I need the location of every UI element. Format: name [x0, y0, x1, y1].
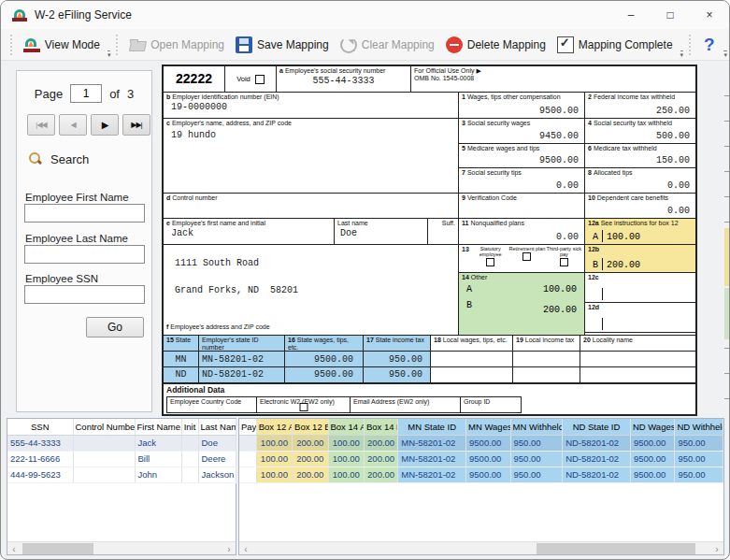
w2-state-row1-locality[interactable]: [580, 352, 695, 367]
mapping-complete-button[interactable]: Mapping Complete: [551, 34, 679, 56]
toolbar-overflow-arrow[interactable]: ▾: [680, 50, 684, 58]
w2-box-2[interactable]: 2Federal income tax withheld 250.00: [585, 93, 695, 119]
column-header-mn-withheld[interactable]: MN Withheld: [510, 419, 563, 435]
scroll-right-arrow[interactable]: ›: [710, 542, 723, 555]
next-page-button[interactable]: ▶: [91, 114, 119, 136]
ssn-input[interactable]: [24, 285, 145, 304]
scroll-right-arrow[interactable]: ›: [222, 542, 236, 555]
w2-state-row1-state[interactable]: MN: [164, 352, 199, 367]
left-grid-hscrollbar[interactable]: ‹ ›: [7, 541, 236, 554]
statutory-employee-checkbox[interactable]: [486, 258, 494, 266]
electronic-w2-cell[interactable]: Electronic W2 (EW2 only): [257, 397, 351, 412]
w2-box-12a[interactable]: 12aSee instructions for box 12 A100.00: [585, 219, 695, 245]
w2-state-row1-tax[interactable]: 950.00: [364, 352, 431, 367]
column-header-box12a[interactable]: Box 12 A: [256, 419, 292, 435]
column-header-nd-withheld[interactable]: ND Withheld: [675, 419, 723, 435]
w2-lastname-box[interactable]: Last name Doe: [335, 219, 428, 245]
close-button[interactable]: ×: [690, 1, 729, 29]
w2-box-5[interactable]: 5Medicare wages and tips 9500.00: [459, 144, 585, 168]
column-header-mn-wages[interactable]: MN Wages: [466, 419, 511, 435]
toolbar-overflow-arrow[interactable]: ▾: [723, 50, 727, 58]
column-header-last-name[interactable]: Last Name: [198, 419, 236, 435]
save-mapping-button[interactable]: Save Mapping: [230, 34, 335, 56]
toolbar-overflow-arrow[interactable]: ▾: [107, 50, 111, 58]
w2-box-12b[interactable]: 12b B200.00: [585, 245, 695, 273]
w2-void-box[interactable]: Void: [225, 66, 277, 93]
last-page-button[interactable]: ▶▶|: [122, 114, 150, 136]
third-party-sick-pay-checkbox[interactable]: [560, 258, 568, 266]
w2-box-9[interactable]: 9Verification Code: [459, 194, 585, 219]
w2-box-3[interactable]: 3Social security wages 9450.00: [459, 119, 585, 144]
column-header-mn-state-id[interactable]: MN State ID: [398, 419, 466, 435]
w2-state-row1-wages[interactable]: 9500.00: [285, 352, 364, 367]
column-header-init[interactable]: Init: [181, 419, 198, 435]
group-id-cell[interactable]: Group ID: [461, 397, 521, 412]
w2-box-1[interactable]: 1Wages, tips other compensation 9500.00: [459, 93, 585, 119]
w2-state-row1-local-tax[interactable]: [513, 352, 580, 367]
w2-box-d-control[interactable]: dControl number: [164, 194, 459, 219]
w2-state-row2-id[interactable]: ND-58201-02: [199, 367, 285, 382]
column-header-pay[interactable]: Pay: [239, 419, 256, 435]
column-header-box12b[interactable]: Box 12 B: [293, 419, 328, 435]
employee-row[interactable]: 100.00200.00 100.00200.00 MN-58201-02950…: [239, 435, 723, 451]
w2-box-a-ssn[interactable]: aEmployee's social security number 555-4…: [277, 66, 411, 93]
column-header-first-name[interactable]: First Name: [135, 419, 181, 435]
w2-suffix-box[interactable]: Suff.: [428, 219, 459, 245]
column-header-box14b[interactable]: Box 14 B: [364, 419, 397, 435]
scrollbar-thumb[interactable]: [22, 543, 93, 554]
help-button[interactable]: ?: [696, 35, 723, 55]
page-number-input[interactable]: [70, 84, 102, 103]
retirement-plan-checkbox[interactable]: [522, 252, 531, 261]
w2-box-12d[interactable]: 12d: [585, 303, 695, 333]
scroll-left-arrow[interactable]: ‹: [239, 542, 252, 555]
minimize-button[interactable]: –: [611, 1, 651, 29]
go-button[interactable]: Go: [86, 317, 144, 337]
right-grid-hscrollbar[interactable]: ‹ ›: [239, 541, 723, 554]
w2-state-row2-wages[interactable]: 9500.00: [285, 367, 364, 382]
w2-box-7[interactable]: 7Social security tips 0.00: [459, 168, 585, 194]
first-name-input[interactable]: [24, 204, 145, 223]
electronic-w2-checkbox[interactable]: [299, 403, 308, 411]
email-address-cell[interactable]: Email Address (EW2 only): [351, 397, 461, 412]
w2-box-4[interactable]: 4Social security tax withheld 500.00: [585, 119, 695, 144]
open-mapping-button[interactable]: Open Mapping: [123, 34, 230, 56]
w2-state-row2-locality[interactable]: [580, 367, 695, 382]
w2-state-row2-tax[interactable]: 950.00: [364, 367, 431, 382]
column-header-nd-state-id[interactable]: ND State ID: [563, 419, 631, 435]
column-header-control-number[interactable]: Control Number: [73, 419, 135, 435]
column-header-ssn[interactable]: SSN: [7, 419, 73, 435]
void-checkbox[interactable]: [255, 75, 265, 84]
employee-row[interactable]: 222-11-6666BillDeere: [7, 451, 236, 467]
w2-box-13[interactable]: 13 Statutory employee Retirement plan Th…: [459, 245, 585, 273]
w2-state-row1-id[interactable]: MN-58201-02: [199, 352, 285, 367]
employee-row[interactable]: 555-44-3333JackDoe: [7, 435, 236, 451]
w2-box-e-firstname[interactable]: eEmployee's first name and initial Jack: [164, 219, 335, 245]
w2-box-10[interactable]: 10Dependent care benefits 0.00: [585, 194, 695, 219]
employee-row[interactable]: 444-99-5623JohnJackson: [7, 467, 236, 482]
employee-row[interactable]: 100.00200.00 100.00200.00 MN-58201-02950…: [239, 451, 723, 467]
employee-row[interactable]: 100.00200.00 100.00200.00 MN-58201-02950…: [239, 467, 723, 482]
column-header-nd-wages[interactable]: ND Wages: [630, 419, 675, 435]
w2-box-8[interactable]: 8Allocated tips 0.00: [585, 168, 695, 194]
w2-state-row2-state[interactable]: ND: [164, 367, 199, 382]
delete-mapping-button[interactable]: Delete Mapping: [440, 34, 551, 56]
w2-box-11[interactable]: 11Nonqualified plans 0.00: [459, 219, 585, 245]
w2-state-row1-local-wages[interactable]: [431, 352, 513, 367]
w2-box-12c[interactable]: 12c: [585, 273, 695, 303]
w2-state-row2-local-tax[interactable]: [513, 367, 580, 382]
w2-state-row2-local-wages[interactable]: [431, 367, 513, 382]
w2-box-b-ein[interactable]: bEmployer identification number (EIN) 19…: [164, 93, 459, 119]
view-mode-button[interactable]: View Mode: [18, 34, 106, 56]
w2-box-6[interactable]: 6Medicare tax withheld 150.00: [585, 144, 695, 168]
employee-country-code-cell[interactable]: Employee Country Code: [167, 397, 257, 412]
w2-box-14[interactable]: 14Other A 100.00 B 200.00: [459, 273, 585, 336]
w2-box-c-employer[interactable]: cEmployer's name, address, and ZIP code …: [164, 119, 459, 194]
column-header-box14a[interactable]: Box 14 A: [328, 419, 364, 435]
scroll-left-arrow[interactable]: ‹: [7, 542, 21, 555]
previous-page-button[interactable]: ◀: [59, 114, 87, 136]
first-page-button[interactable]: |◀◀: [27, 114, 55, 136]
scrollbar-thumb[interactable]: [537, 543, 695, 554]
clear-mapping-button[interactable]: Clear Mapping: [335, 34, 440, 56]
last-name-input[interactable]: [24, 245, 145, 264]
maximize-button[interactable]: □: [651, 1, 690, 29]
